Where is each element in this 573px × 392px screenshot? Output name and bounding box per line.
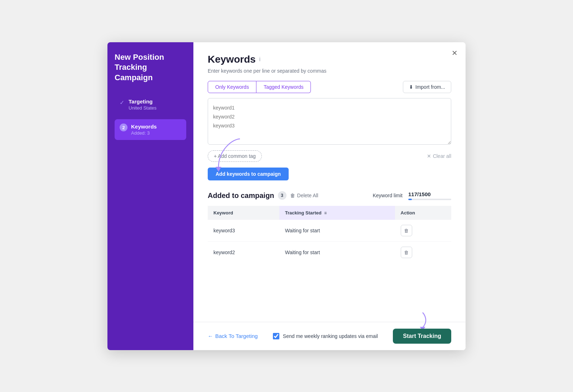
sidebar-step-keywords[interactable]: 2 Keywords Added: 3 (115, 119, 186, 140)
delete-all-button[interactable]: 🗑 Delete All (290, 193, 318, 198)
tab-only-keywords[interactable]: Only Keywords (208, 81, 256, 93)
page-title-row: Keywords i (208, 54, 451, 65)
main-content: ✕ Keywords i Enter keywords one per line… (193, 42, 466, 350)
step-keywords-label: Keywords (131, 124, 157, 130)
keywords-textarea[interactable] (208, 98, 451, 145)
tab-tagged-keywords[interactable]: Tagged Keywords (256, 81, 311, 93)
delete-row-button[interactable]: 🗑 (401, 225, 412, 236)
sidebar-title: New Position Tracking Campaign (115, 52, 186, 83)
keyword-limit-bar (408, 199, 451, 200)
kw-action: 🗑 (395, 242, 451, 263)
add-keywords-button[interactable]: Add keywords to campaign (208, 168, 289, 180)
keyword-limit-fill (408, 199, 412, 200)
sort-icon: ≡ (324, 210, 327, 216)
start-arrow-svg (401, 309, 430, 330)
kw-action: 🗑 (395, 220, 451, 242)
step-targeting-label: Targeting (129, 98, 157, 105)
email-label: Send me weekly ranking updates via email (283, 333, 378, 339)
kw-status: Waiting for start (279, 220, 395, 242)
add-tag-button[interactable]: + Add common tag (208, 150, 262, 162)
section-title-row: Added to campaign 3 🗑 Delete All Keyword… (208, 191, 451, 200)
import-label: Import from... (415, 84, 445, 90)
footer: ← Back To Targeting Send me weekly ranki… (193, 322, 466, 350)
info-icon[interactable]: i (259, 56, 261, 63)
keyword-limit-count: 117/1500 (408, 191, 451, 197)
col-tracking[interactable]: Tracking Started ≡ (279, 206, 395, 220)
added-section: Added to campaign 3 🗑 Delete All Keyword… (208, 191, 451, 263)
content-scroll: Keywords i Enter keywords one per line o… (193, 42, 466, 322)
kw-status: Waiting for start (279, 242, 395, 263)
back-arrow-icon: ← (208, 333, 213, 339)
keywords-table: Keyword Tracking Started ≡ Action keywor… (208, 206, 451, 263)
page-title: Keywords (208, 54, 256, 65)
keyword-limit-label: Keyword limit (373, 193, 403, 198)
start-tracking-button[interactable]: Start Tracking (393, 329, 451, 344)
table-row: keyword2 Waiting for start 🗑 (208, 242, 451, 263)
close-button[interactable]: ✕ (452, 49, 458, 57)
col-keyword: Keyword (208, 206, 279, 220)
delete-row-button[interactable]: 🗑 (401, 247, 412, 258)
tabs: Only Keywords Tagged Keywords (208, 81, 311, 93)
step-number-2: 2 (120, 124, 127, 131)
subtitle: Enter keywords one per line or separated… (208, 68, 451, 74)
delete-icon: 🗑 (404, 250, 409, 255)
clear-all-button[interactable]: ✕ Clear all (427, 153, 451, 159)
delete-all-label: Delete All (297, 193, 318, 198)
added-count-badge: 3 (278, 191, 286, 200)
step-targeting-sub: United States (129, 105, 157, 111)
table-row: keyword3 Waiting for start 🗑 (208, 220, 451, 242)
sidebar: New Position Tracking Campaign ✓ Targeti… (107, 42, 193, 350)
tabs-row: Only Keywords Tagged Keywords ⬇ Import f… (208, 81, 451, 93)
kw-name: keyword2 (208, 242, 279, 263)
clear-icon: ✕ (427, 153, 431, 159)
import-button[interactable]: ⬇ Import from... (403, 81, 451, 93)
check-icon: ✓ (120, 99, 124, 106)
trash-icon: 🗑 (290, 193, 295, 198)
sidebar-step-targeting[interactable]: ✓ Targeting United States (115, 94, 186, 115)
back-to-targeting-button[interactable]: ← Back To Targeting (208, 333, 258, 339)
back-label: Back To Targeting (215, 333, 258, 339)
modal: New Position Tracking Campaign ✓ Targeti… (107, 42, 466, 350)
tag-clear-row: + Add common tag ✕ Clear all (208, 150, 451, 162)
delete-icon: 🗑 (404, 228, 409, 233)
add-keywords-section: Add keywords to campaign (208, 168, 451, 180)
added-section-title: Added to campaign (208, 192, 274, 200)
kw-name: keyword3 (208, 220, 279, 242)
clear-all-label: Clear all (433, 153, 451, 159)
col-action: Action (395, 206, 451, 220)
email-checkbox[interactable] (273, 333, 279, 339)
import-icon: ⬇ (409, 84, 413, 90)
step-keywords-sub: Added: 3 (131, 130, 157, 136)
